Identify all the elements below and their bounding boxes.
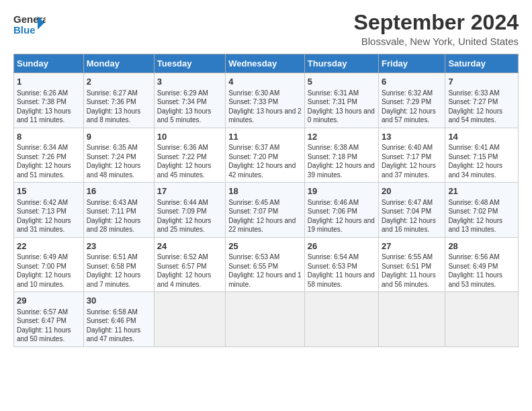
table-cell: [445, 292, 519, 347]
header: General Blue September 2024 Blossvale, N…: [13, 11, 519, 47]
day-info: Sunrise: 6:54 AM: [308, 253, 375, 262]
day-number: 3: [157, 76, 222, 88]
day-number: 2: [87, 76, 151, 88]
day-info: Sunrise: 6:34 AM: [17, 143, 81, 152]
table-cell: 28Sunrise: 6:56 AMSunset: 6:49 PMDayligh…: [445, 237, 519, 292]
day-info: Daylight: 12 hours and 16 minutes.: [382, 216, 442, 234]
table-cell: 15Sunrise: 6:42 AMSunset: 7:13 PMDayligh…: [14, 183, 84, 238]
day-info: Daylight: 11 hours and 56 minutes.: [382, 271, 442, 289]
day-info: Sunrise: 6:56 AM: [448, 253, 515, 262]
day-info: Daylight: 12 hours and 51 minutes.: [17, 161, 81, 179]
day-info: Sunrise: 6:41 AM: [448, 143, 515, 152]
day-info: Daylight: 11 hours and 47 minutes.: [87, 326, 151, 344]
day-number: 17: [157, 185, 222, 197]
table-cell: 3Sunrise: 6:29 AMSunset: 7:34 PMDaylight…: [154, 73, 225, 128]
day-info: Sunrise: 6:49 AM: [17, 253, 81, 262]
day-number: 12: [308, 131, 375, 143]
day-info: Sunrise: 6:37 AM: [228, 143, 302, 152]
day-info: Daylight: 12 hours and 13 minutes.: [448, 216, 515, 234]
day-info: Sunset: 6:49 PM: [448, 262, 515, 271]
day-number: 21: [448, 185, 515, 197]
day-info: Daylight: 11 hours and 53 minutes.: [448, 271, 515, 289]
table-cell: [154, 292, 225, 347]
day-info: Sunrise: 6:53 AM: [228, 253, 302, 262]
table-cell: 25Sunrise: 6:53 AMSunset: 6:55 PMDayligh…: [226, 237, 305, 292]
day-info: Sunset: 7:36 PM: [87, 97, 151, 107]
col-friday: Friday: [379, 54, 445, 73]
day-number: 10: [157, 131, 222, 143]
day-info: Sunrise: 6:47 AM: [382, 198, 442, 208]
day-info: Sunset: 7:31 PM: [308, 97, 375, 107]
table-cell: 5Sunrise: 6:31 AMSunset: 7:31 PMDaylight…: [304, 73, 378, 128]
day-info: Daylight: 13 hours and 0 minutes.: [308, 107, 375, 125]
day-info: Sunrise: 6:38 AM: [308, 143, 375, 152]
table-row: 29Sunrise: 6:57 AMSunset: 6:47 PMDayligh…: [14, 292, 519, 347]
day-info: Sunrise: 6:32 AM: [382, 89, 442, 98]
day-info: Sunrise: 6:44 AM: [157, 198, 222, 208]
table-cell: 19Sunrise: 6:46 AMSunset: 7:06 PMDayligh…: [304, 183, 378, 238]
day-info: Sunset: 7:06 PM: [308, 207, 375, 216]
day-info: Sunrise: 6:26 AM: [17, 89, 81, 98]
day-info: Sunrise: 6:48 AM: [448, 198, 515, 208]
day-info: Sunrise: 6:35 AM: [87, 143, 151, 152]
day-info: Daylight: 13 hours and 2 minutes.: [228, 107, 302, 125]
day-number: 26: [308, 240, 375, 253]
day-info: Sunset: 7:13 PM: [17, 207, 81, 216]
day-number: 5: [308, 76, 375, 88]
day-number: 8: [17, 131, 81, 143]
svg-text:Blue: Blue: [13, 24, 36, 36]
table-cell: 9Sunrise: 6:35 AMSunset: 7:24 PMDaylight…: [83, 128, 154, 183]
table-cell: 1Sunrise: 6:26 AMSunset: 7:38 PMDaylight…: [14, 73, 84, 128]
table-cell: 14Sunrise: 6:41 AMSunset: 7:15 PMDayligh…: [445, 128, 519, 183]
main-title: September 2024: [354, 11, 519, 34]
day-number: 1: [17, 76, 81, 88]
table-row: 8Sunrise: 6:34 AMSunset: 7:26 PMDaylight…: [14, 128, 519, 183]
table-cell: [304, 292, 378, 347]
table-cell: 22Sunrise: 6:49 AMSunset: 7:00 PMDayligh…: [14, 237, 84, 292]
day-number: 9: [87, 131, 151, 143]
day-info: Daylight: 12 hours and 48 minutes.: [87, 161, 151, 179]
table-row: 22Sunrise: 6:49 AMSunset: 7:00 PMDayligh…: [14, 237, 519, 292]
day-info: Sunrise: 6:52 AM: [157, 253, 222, 262]
day-info: Sunset: 7:33 PM: [228, 97, 302, 107]
table-cell: 23Sunrise: 6:51 AMSunset: 6:58 PMDayligh…: [83, 237, 154, 292]
day-info: Sunrise: 6:45 AM: [228, 198, 302, 208]
day-info: Daylight: 12 hours and 39 minutes.: [308, 161, 375, 179]
table-cell: 30Sunrise: 6:58 AMSunset: 6:46 PMDayligh…: [83, 292, 154, 347]
table-cell: [226, 292, 305, 347]
day-info: Sunset: 7:00 PM: [17, 262, 81, 271]
table-cell: 20Sunrise: 6:47 AMSunset: 7:04 PMDayligh…: [379, 183, 445, 238]
logo: General Blue: [13, 11, 46, 43]
day-number: 28: [448, 240, 515, 253]
day-number: 6: [382, 76, 442, 88]
col-tuesday: Tuesday: [154, 54, 225, 73]
day-number: 4: [228, 76, 302, 88]
logo-icon: General Blue: [13, 11, 46, 40]
day-info: Sunset: 7:18 PM: [308, 152, 375, 162]
table-row: 1Sunrise: 6:26 AMSunset: 7:38 PMDaylight…: [14, 73, 519, 128]
day-number: 15: [17, 185, 81, 197]
table-cell: 26Sunrise: 6:54 AMSunset: 6:53 PMDayligh…: [304, 237, 378, 292]
day-number: 25: [228, 240, 302, 253]
day-info: Daylight: 12 hours and 4 minutes.: [157, 271, 222, 289]
day-number: 20: [382, 185, 442, 197]
day-info: Sunset: 7:29 PM: [382, 97, 442, 107]
day-info: Sunset: 6:55 PM: [228, 262, 302, 271]
day-info: Sunrise: 6:40 AM: [382, 143, 442, 152]
day-info: Daylight: 11 hours and 50 minutes.: [17, 326, 81, 344]
day-number: 29: [17, 295, 81, 307]
day-info: Daylight: 12 hours and 28 minutes.: [87, 216, 151, 234]
day-info: Sunset: 7:07 PM: [228, 207, 302, 216]
day-info: Sunrise: 6:30 AM: [228, 89, 302, 98]
day-info: Sunset: 6:57 PM: [157, 262, 222, 271]
day-info: Sunrise: 6:58 AM: [87, 308, 151, 317]
day-info: Sunrise: 6:42 AM: [17, 198, 81, 208]
day-info: Sunset: 7:27 PM: [448, 97, 515, 107]
day-info: Daylight: 12 hours and 7 minutes.: [87, 271, 151, 289]
day-info: Daylight: 13 hours and 11 minutes.: [17, 107, 81, 125]
day-info: Sunset: 7:15 PM: [448, 152, 515, 162]
table-cell: 2Sunrise: 6:27 AMSunset: 7:36 PMDaylight…: [83, 73, 154, 128]
table-cell: 13Sunrise: 6:40 AMSunset: 7:17 PMDayligh…: [379, 128, 445, 183]
day-info: Sunset: 7:02 PM: [448, 207, 515, 216]
day-info: Sunrise: 6:33 AM: [448, 89, 515, 98]
